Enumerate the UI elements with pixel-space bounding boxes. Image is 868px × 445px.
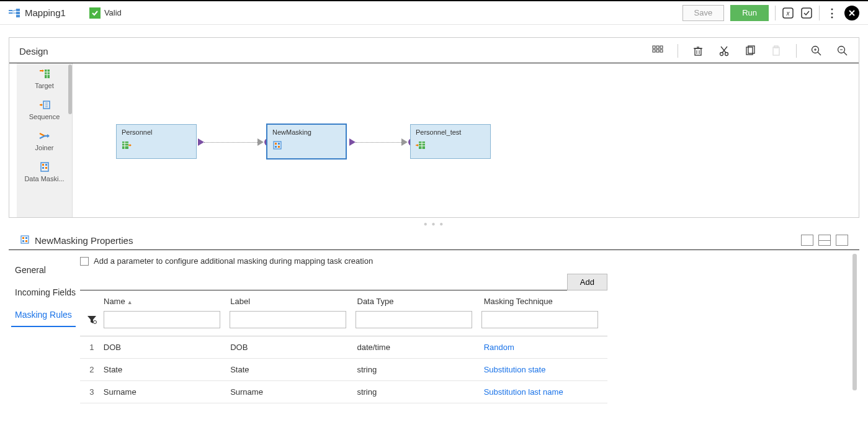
cell-datatype: date/time bbox=[357, 343, 483, 352]
filter-name-input[interactable] bbox=[104, 311, 220, 328]
svg-rect-54 bbox=[275, 143, 277, 145]
add-button[interactable]: Add bbox=[567, 274, 607, 290]
filter-datatype-input[interactable] bbox=[356, 311, 472, 328]
copy-icon[interactable] bbox=[744, 45, 756, 57]
svg-rect-3 bbox=[16, 12, 20, 14]
masking-icon bbox=[20, 235, 30, 246]
svg-rect-12 bbox=[660, 46, 663, 48]
svg-rect-14 bbox=[656, 50, 659, 52]
tab-masking-rules[interactable]: Masking Rules bbox=[11, 303, 76, 327]
svg-rect-53 bbox=[274, 142, 281, 149]
properties-panel: NewMasking Properties General Incoming F… bbox=[9, 230, 859, 430]
divider bbox=[678, 44, 678, 58]
row-number: 2 bbox=[80, 365, 104, 374]
node-masking[interactable]: NewMasking bbox=[266, 124, 347, 160]
table-row[interactable]: 3 Surname Surname string Substitution la… bbox=[80, 381, 607, 403]
svg-rect-1 bbox=[9, 12, 12, 14]
parameter-label: Add a parameter to configure additional … bbox=[94, 256, 373, 266]
table-row[interactable]: 1 DOB DOB date/time Random bbox=[80, 336, 607, 359]
svg-rect-9 bbox=[802, 8, 812, 18]
palette-item-data-masking[interactable]: Data Maski... bbox=[17, 156, 72, 187]
design-title: Design bbox=[19, 46, 48, 56]
page-title: Mapping1 bbox=[25, 7, 66, 18]
tab-general[interactable]: General bbox=[11, 259, 80, 281]
mapping-icon bbox=[9, 9, 20, 17]
arrange-icon[interactable] bbox=[651, 45, 664, 57]
zoom-out-icon[interactable] bbox=[836, 45, 849, 57]
svg-rect-65 bbox=[22, 240, 24, 242]
svg-rect-64 bbox=[25, 237, 27, 239]
svg-rect-10 bbox=[653, 46, 655, 48]
node-source[interactable]: Personnel bbox=[116, 124, 197, 159]
divider bbox=[775, 6, 776, 20]
properties-title: NewMasking Properties bbox=[35, 235, 133, 246]
paste-icon[interactable] bbox=[770, 45, 782, 57]
svg-rect-57 bbox=[278, 146, 280, 148]
close-icon[interactable] bbox=[844, 6, 859, 20]
svg-rect-46 bbox=[45, 164, 47, 166]
svg-line-30 bbox=[818, 52, 821, 55]
table-row[interactable]: 2 State State string Substitution state bbox=[80, 359, 607, 381]
svg-rect-2 bbox=[16, 9, 20, 11]
cell-technique[interactable]: Substitution last name bbox=[484, 387, 607, 397]
zoom-in-icon[interactable] bbox=[810, 45, 823, 57]
svg-text:x: x bbox=[786, 10, 790, 17]
cell-technique[interactable]: Random bbox=[484, 343, 607, 352]
scrollbar[interactable] bbox=[68, 65, 72, 114]
divider bbox=[819, 6, 820, 20]
masking-icon bbox=[272, 141, 282, 150]
properties-tabs: General Incoming Fields Masking Rules bbox=[9, 250, 80, 430]
palette-label: Data Maski... bbox=[24, 175, 64, 182]
design-canvas[interactable]: Personnel NewMasking bbox=[73, 63, 859, 217]
delete-icon[interactable] bbox=[692, 45, 704, 57]
tab-incoming-fields[interactable]: Incoming Fields bbox=[11, 281, 80, 303]
palette-item-target[interactable]: Target bbox=[17, 63, 72, 94]
svg-rect-45 bbox=[42, 164, 44, 166]
target-icon bbox=[416, 141, 426, 150]
column-header-technique[interactable]: Masking Technique bbox=[484, 297, 607, 306]
filter-technique-input[interactable] bbox=[481, 311, 598, 328]
svg-rect-44 bbox=[41, 163, 48, 171]
parameter-checkbox[interactable] bbox=[80, 257, 89, 266]
variable-icon[interactable]: x bbox=[782, 7, 794, 19]
node-target[interactable]: Personnel_test bbox=[410, 124, 491, 159]
palette-label: Joiner bbox=[35, 144, 54, 151]
svg-rect-63 bbox=[22, 237, 24, 239]
svg-point-67 bbox=[93, 321, 96, 324]
svg-rect-13 bbox=[653, 50, 655, 52]
cell-label: Surname bbox=[230, 387, 357, 397]
node-label: NewMasking bbox=[272, 128, 341, 136]
resize-handle[interactable]: ● ● ● bbox=[9, 218, 859, 230]
status-label: Valid bbox=[104, 8, 122, 17]
more-menu-icon[interactable]: ⋮ bbox=[826, 7, 838, 19]
column-header-name[interactable]: Name▲ bbox=[104, 297, 230, 306]
cut-icon[interactable] bbox=[718, 45, 730, 57]
palette-item-joiner[interactable]: Joiner bbox=[17, 125, 72, 156]
layout-split-icon[interactable] bbox=[818, 235, 831, 246]
column-header-label[interactable]: Label bbox=[230, 297, 357, 306]
filter-label-input[interactable] bbox=[230, 311, 346, 328]
svg-rect-55 bbox=[278, 143, 280, 145]
validate-icon[interactable] bbox=[800, 7, 813, 19]
filter-icon[interactable] bbox=[80, 315, 104, 324]
svg-line-34 bbox=[844, 52, 847, 55]
svg-rect-62 bbox=[21, 236, 29, 243]
transformation-palette: Target Sequence Joiner Data Maski... bbox=[17, 63, 73, 217]
cell-technique[interactable]: Substitution state bbox=[484, 365, 607, 374]
palette-label: Target bbox=[35, 82, 54, 89]
row-number: 3 bbox=[80, 387, 104, 397]
sort-asc-icon: ▲ bbox=[127, 299, 133, 305]
column-header-datatype[interactable]: Data Type bbox=[357, 297, 484, 306]
connector-line bbox=[204, 142, 259, 143]
layout-min-icon[interactable] bbox=[836, 235, 848, 246]
svg-line-5 bbox=[12, 10, 16, 11]
svg-rect-49 bbox=[122, 142, 128, 149]
scrollbar[interactable] bbox=[852, 254, 857, 390]
cell-name: State bbox=[104, 365, 230, 374]
run-button[interactable]: Run bbox=[730, 5, 769, 21]
cell-label: DOB bbox=[230, 343, 357, 352]
save-button[interactable]: Save bbox=[682, 5, 725, 21]
design-panel: Design bbox=[9, 37, 859, 218]
palette-item-sequence[interactable]: Sequence bbox=[17, 94, 72, 125]
layout-full-icon[interactable] bbox=[801, 235, 813, 246]
